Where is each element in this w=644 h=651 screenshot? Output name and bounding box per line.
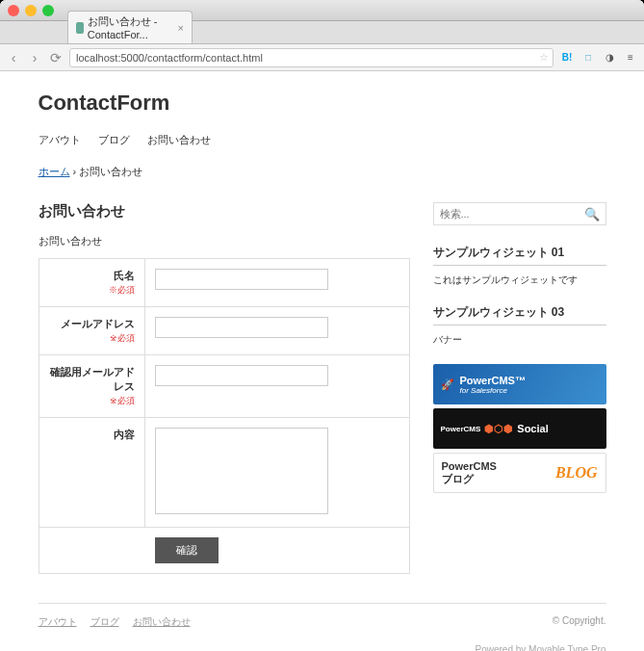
footer: アバウト ブログ お問い合わせ © Copyright. [39,603,606,640]
banner1-line1: PowerCMS™ [460,375,526,386]
banner2-left: PowerCMS [441,425,481,433]
extension-icons: B! □ ◑ ≡ [559,50,638,65]
banner3-left2: ブログ [442,472,497,486]
browser-tab[interactable]: お問い合わせ - ContactFor... × [67,11,193,43]
banner1-line2: for Salesforce [460,386,526,395]
banner-blog[interactable]: PowerCMS ブログ BLOG [433,453,606,493]
address-bar: ‹ › ⟳ localhost:5000/contactform/contact… [0,44,644,71]
breadcrumb-sep: › [73,166,77,177]
banner-salesforce[interactable]: 🚀 PowerCMS™ for Salesforce [433,364,606,404]
favicon [76,22,84,34]
input-email-confirm[interactable] [155,365,328,386]
page: ContactForm アバウト ブログ お問い合わせ ホーム › お問い合わせ… [39,91,606,651]
label-email-confirm: 確認用メールアドレス [50,366,135,392]
tab-close-icon[interactable]: × [178,22,184,34]
widget-01-text: これはサンプルウィジェットです [433,273,606,287]
tab-title: お問い合わせ - ContactFor... [88,14,174,40]
input-name[interactable] [155,269,328,290]
contact-form: 氏名 ※必須 メールアドレス ※必須 [39,258,410,574]
tab-bar: お問い合わせ - ContactFor... × [0,21,644,44]
label-name: 氏名 [114,270,135,281]
search-input[interactable] [440,208,584,220]
powered-by: Powered by Movable Type Pro [39,644,606,651]
required-email: ※必須 [110,333,135,343]
forward-button[interactable]: › [27,50,42,65]
footer-nav: アバウト ブログ お問い合わせ [39,615,191,629]
input-email[interactable] [155,317,328,338]
window-close-button[interactable] [8,5,19,16]
breadcrumb: ホーム › お問い合わせ [39,165,606,179]
confirm-button[interactable]: 確認 [155,537,219,563]
banner2-right: Social [517,423,548,434]
hatena-ext-icon[interactable]: B! [559,50,575,65]
global-nav: アバウト ブログ お問い合わせ [39,133,606,147]
gnav-blog[interactable]: ブログ [98,133,130,147]
rocket-icon: 🚀 [441,378,454,391]
url-text: localhost:5000/contactform/contact.html [76,52,263,64]
input-body[interactable] [155,428,328,514]
url-field[interactable]: localhost:5000/contactform/contact.html … [69,48,554,67]
viewport: ContactForm アバウト ブログ お問い合わせ ホーム › お問い合わせ… [0,71,644,651]
label-body: 内容 [114,429,135,440]
search-icon[interactable]: 🔍 [584,207,600,221]
gnav-contact[interactable]: お問い合わせ [147,133,211,147]
required-email-confirm: ※必須 [110,396,135,405]
label-email: メールアドレス [61,318,135,329]
search-box[interactable]: 🔍 [433,202,606,225]
window-maximize-button[interactable] [42,5,54,16]
widget-03-title: サンプルウィジェット 03 [433,304,606,326]
hex-icon: ⬢⬡⬢ [484,423,513,435]
window-minimize-button[interactable] [25,5,37,16]
copyright: © Copyright. [553,615,606,629]
widget-01: サンプルウィジェット 01 これはサンプルウィジェットです [433,245,606,287]
form-subtitle: お問い合わせ [39,234,410,248]
breadcrumb-home[interactable]: ホーム [39,166,70,177]
footer-nav-blog[interactable]: ブログ [90,615,119,629]
breadcrumb-current: お問い合わせ [79,166,142,177]
widget-03: サンプルウィジェット 03 バナー 🚀 PowerCMS™ for Salesf… [433,304,606,493]
sidebar: 🔍 サンプルウィジェット 01 これはサンプルウィジェットです サンプルウィジェ… [433,202,606,574]
widget-01-title: サンプルウィジェット 01 [433,245,606,266]
site-title: ContactForm [39,91,606,116]
banner3-right: BLOG [555,464,598,482]
banner-social[interactable]: PowerCMS ⬢⬡⬢ Social [433,408,606,449]
powered-link[interactable]: Movable Type Pro [528,644,605,651]
gnav-about[interactable]: アバウト [39,133,81,147]
footer-nav-about[interactable]: アバウト [39,615,77,629]
back-button[interactable]: ‹ [6,50,21,65]
bookmark-star-icon[interactable]: ☆ [539,51,549,64]
required-name: ※必須 [109,285,135,295]
banner3-left1: PowerCMS [442,460,497,472]
reload-button[interactable]: ⟳ [48,50,64,65]
pocket-ext-icon[interactable]: ◑ [602,50,617,65]
ext-icon-2[interactable]: □ [580,50,596,65]
menu-icon[interactable]: ≡ [623,50,638,65]
footer-nav-contact[interactable]: お問い合わせ [133,615,191,629]
widget-03-text: バナー [433,333,606,347]
browser-window: お問い合わせ - ContactFor... × ‹ › ⟳ localhost… [0,0,644,651]
main-column: お問い合わせ お問い合わせ 氏名 ※必須 メールアドレス [39,202,410,574]
page-title: お問い合わせ [39,202,410,221]
